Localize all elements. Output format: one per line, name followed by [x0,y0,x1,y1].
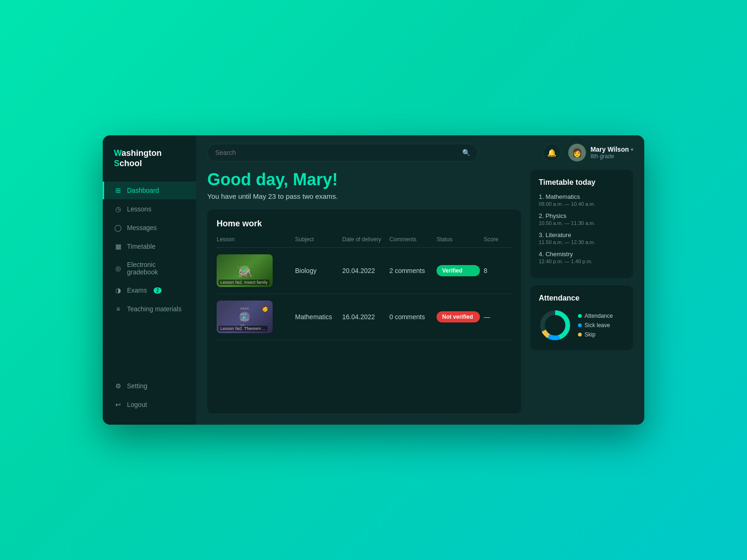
table-row: 🦗 ▶ Lesson №2. Insect family Biology 20.… [217,248,512,294]
legend-item-sick: Sick leave [578,322,613,329]
col-score: Score [484,236,512,243]
timetable-subject-4: 4. Chemistry [539,251,625,258]
timetable-time-4: 12.40 p.m. — 1.40 p.m. [539,259,625,264]
col-subject: Subject [295,236,338,243]
timetable-item-4: 4. Chemistry 12.40 p.m. — 1.40 p.m. [539,251,625,264]
exams-icon: ◑ [114,286,122,294]
attendance-title: Attendance [539,294,625,302]
logout-icon: ↩ [114,400,122,409]
table-body: 🦗 ▶ Lesson №2. Insect family Biology 20.… [217,248,512,404]
col-date: Date of delivery [342,236,386,243]
lesson-thumbnail-biology[interactable]: 🦗 ▶ Lesson №2. Insect family [217,254,273,287]
homework-card: Home work Lesson Subject Date of deliver… [207,210,521,413]
chevron-down-icon: ▾ [631,147,633,152]
score-math: — [484,313,512,321]
legend-item-attendance: Attendance [578,313,613,319]
status-badge-math: Not verified [437,311,480,322]
notification-button[interactable]: 🔔 [543,144,561,161]
sidebar-label-exams: Exams [127,287,147,294]
sidebar-item-timetable[interactable]: ▦ Timetable [103,238,196,255]
greeting-title: Good day, Mary! [207,170,521,189]
subject-math: Mathematics [295,313,338,321]
sidebar-bottom: ⚙ Setting ↩ Logout [103,377,196,413]
settings-icon: ⚙ [114,382,122,390]
logo-rest-2: chool [120,159,142,168]
play-button[interactable]: ▶ [240,312,250,322]
attendance-legend: Attendance Sick leave Skip [578,313,613,338]
homework-title: Home work [217,219,512,229]
timetable-title: Timetable today [539,178,625,187]
school-logo: Washington School [103,148,196,182]
sidebar-item-messages[interactable]: ◯ Messages [103,219,196,237]
table-header: Lesson Subject Date of delivery Comments… [217,236,512,248]
timetable-subject-3: 3. Literature [539,231,625,238]
greeting-section: Good day, Mary! You have until May 23 to… [207,170,521,200]
sidebar-item-dashboard[interactable]: ⊞ Dashboard [103,182,196,199]
header-right: 🔔 👩 Mary Wilson ▾ 8th grade [543,144,633,161]
donut-chart [539,309,571,342]
search-icon: 🔍 [462,149,470,156]
search-input[interactable] [215,149,458,156]
greeting-subtitle: You have until May 23 to pass two exams. [207,192,521,200]
sidebar: Washington School ⊞ Dashboard ◷ Lessons … [103,135,196,425]
sidebar-item-settings[interactable]: ⚙ Setting [103,377,196,395]
comments-biology: 2 comments [389,267,433,274]
comments-math: 0 comments [389,313,433,321]
timetable-item-1: 1. Mathematics 09.00 a.m. — 10.40 a.m. [539,193,625,207]
messages-icon: ◯ [114,224,122,232]
score-biology: 8 [484,267,512,274]
sidebar-item-lessons[interactable]: ◷ Lessons [103,200,196,218]
attendance-donut [539,309,571,342]
search-bar[interactable]: 🔍 [207,144,478,161]
subject-biology: Biology [295,267,338,274]
sidebar-item-teaching[interactable]: ≡ Teaching materials [103,300,196,318]
timetable-item-2: 2. Physics 10.50 a.m. — 11.30 a.m. [539,212,625,226]
app-window: Washington School ⊞ Dashboard ◷ Lessons … [103,135,644,425]
attendance-label: Attendance [585,313,613,319]
avatar: 👩 [568,144,586,161]
user-grade: 8th grade [591,153,633,160]
user-profile[interactable]: 👩 Mary Wilson ▾ 8th grade [568,144,633,161]
date-biology: 20.04.2022 [342,267,386,274]
user-details: Mary Wilson ▾ 8th grade [591,146,633,160]
timetable-time-2: 10.50 a.m. — 11.30 a.m. [539,220,625,226]
sidebar-label-messages: Messages [127,224,157,231]
logo-rest-1: ashington [121,148,162,158]
legend-item-skip: Skip [578,331,613,338]
logo-accent-s: S [114,159,120,168]
attendance-card: Attendance [530,286,633,350]
dashboard-icon: ⊞ [114,186,122,195]
timetable-icon: ▦ [114,242,122,251]
date-math: 16.04.2022 [342,313,386,321]
sidebar-item-gradebook[interactable]: ◎ Electronic gradebook [103,256,196,280]
sidebar-nav: ⊞ Dashboard ◷ Lessons ◯ Messages ▦ Timet… [103,182,196,370]
col-lesson: Lesson [217,236,291,243]
main-content: 🔍 🔔 👩 Mary Wilson ▾ 8th grade [196,135,644,425]
sidebar-label-gradebook: Electronic gradebook [127,261,185,276]
timetable-time-1: 09.00 a.m. — 10.40 a.m. [539,201,625,207]
logo-accent-w: W [114,148,121,158]
header: 🔍 🔔 👩 Mary Wilson ▾ 8th grade [196,135,644,170]
sidebar-label-timetable: Timetable [127,243,155,250]
attendance-body: Attendance Sick leave Skip [539,309,625,342]
exams-badge: 2 [154,287,162,294]
skip-label: Skip [585,331,595,338]
sidebar-label-teaching: Teaching materials [127,305,182,313]
skip-dot [578,333,582,336]
col-status: Status [437,236,480,243]
sidebar-item-exams[interactable]: ◑ Exams 2 [103,281,196,299]
lesson-label-math: Lesson №2. Theorem ... [218,326,268,331]
lesson-thumbnail-math[interactable]: ≡≡≡≡≡≡≡≡≡≡≡≡≡ 👩 ▶ Lesson №2. Theorem ... [217,301,273,333]
play-button[interactable]: ▶ [240,266,250,276]
sidebar-item-logout[interactable]: ↩ Logout [103,396,196,413]
timetable-subject-1: 1. Mathematics [539,193,625,200]
sidebar-label-logout: Logout [127,401,147,408]
lesson-label-biology: Lesson №2. Insect family [218,280,269,285]
timetable-card: Timetable today 1. Mathematics 09.00 a.m… [530,170,633,278]
teaching-icon: ≡ [114,305,122,313]
timetable-item-3: 3. Literature 11.50 a.m. — 12.30 a.m. [539,231,625,245]
table-row: ≡≡≡≡≡≡≡≡≡≡≡≡≡ 👩 ▶ Lesson №2. Theorem ...… [217,294,512,340]
bell-icon: 🔔 [547,148,557,157]
sidebar-label-dashboard: Dashboard [127,187,159,194]
attendance-dot [578,314,582,318]
